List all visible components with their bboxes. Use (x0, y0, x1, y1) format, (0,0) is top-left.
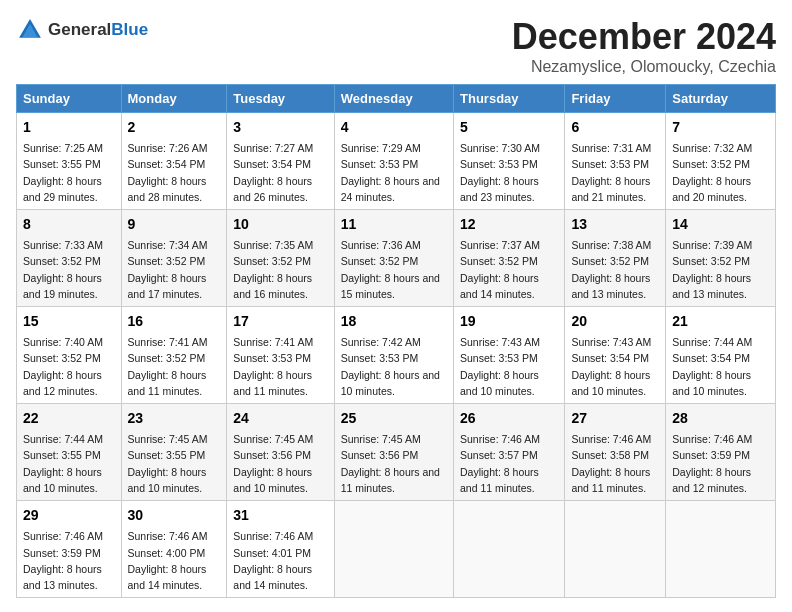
day-cell: 22Sunrise: 7:44 AMSunset: 3:55 PMDayligh… (17, 404, 122, 501)
day-cell: 13Sunrise: 7:38 AMSunset: 3:52 PMDayligh… (565, 210, 666, 307)
day-number: 12 (460, 214, 558, 235)
day-number: 25 (341, 408, 447, 429)
sunrise-time: Sunrise: 7:45 AM (128, 433, 208, 445)
sunset-time: Sunset: 3:54 PM (128, 158, 206, 170)
day-cell: 29Sunrise: 7:46 AMSunset: 3:59 PMDayligh… (17, 501, 122, 598)
sunrise-time: Sunrise: 7:46 AM (23, 530, 103, 542)
daylight-hours: Daylight: 8 hours and 13 minutes. (571, 272, 650, 300)
day-cell: 16Sunrise: 7:41 AMSunset: 3:52 PMDayligh… (121, 307, 227, 404)
sunrise-time: Sunrise: 7:33 AM (23, 239, 103, 251)
sunset-time: Sunset: 4:01 PM (233, 547, 311, 559)
logo-blue: Blue (111, 20, 148, 39)
day-info: Sunrise: 7:45 AMSunset: 3:55 PMDaylight:… (128, 431, 221, 496)
day-cell: 21Sunrise: 7:44 AMSunset: 3:54 PMDayligh… (666, 307, 776, 404)
sunset-time: Sunset: 3:52 PM (128, 352, 206, 364)
daylight-hours: Daylight: 8 hours and 29 minutes. (23, 175, 102, 203)
sunset-time: Sunset: 3:52 PM (128, 255, 206, 267)
sunrise-time: Sunrise: 7:37 AM (460, 239, 540, 251)
sunrise-time: Sunrise: 7:44 AM (23, 433, 103, 445)
day-cell: 5Sunrise: 7:30 AMSunset: 3:53 PMDaylight… (454, 113, 565, 210)
daylight-hours: Daylight: 8 hours and 14 minutes. (128, 563, 207, 591)
day-number: 14 (672, 214, 769, 235)
sunset-time: Sunset: 3:52 PM (233, 255, 311, 267)
week-row-2: 8Sunrise: 7:33 AMSunset: 3:52 PMDaylight… (17, 210, 776, 307)
calendar-table: SundayMondayTuesdayWednesdayThursdayFrid… (16, 84, 776, 598)
daylight-hours: Daylight: 8 hours and 23 minutes. (460, 175, 539, 203)
day-cell: 30Sunrise: 7:46 AMSunset: 4:00 PMDayligh… (121, 501, 227, 598)
sunrise-time: Sunrise: 7:41 AM (233, 336, 313, 348)
sunset-time: Sunset: 3:56 PM (233, 449, 311, 461)
day-number: 18 (341, 311, 447, 332)
day-info: Sunrise: 7:37 AMSunset: 3:52 PMDaylight:… (460, 237, 558, 302)
day-number: 8 (23, 214, 115, 235)
day-number: 1 (23, 117, 115, 138)
logo-icon (16, 16, 44, 44)
sunset-time: Sunset: 3:59 PM (23, 547, 101, 559)
sunrise-time: Sunrise: 7:41 AM (128, 336, 208, 348)
day-cell: 24Sunrise: 7:45 AMSunset: 3:56 PMDayligh… (227, 404, 334, 501)
day-info: Sunrise: 7:26 AMSunset: 3:54 PMDaylight:… (128, 140, 221, 205)
sunset-time: Sunset: 3:57 PM (460, 449, 538, 461)
logo: GeneralBlue (16, 16, 148, 44)
day-info: Sunrise: 7:46 AMSunset: 4:00 PMDaylight:… (128, 528, 221, 593)
header: GeneralBlue December 2024 Nezamyslice, O… (16, 16, 776, 76)
day-cell: 11Sunrise: 7:36 AMSunset: 3:52 PMDayligh… (334, 210, 453, 307)
header-cell-tuesday: Tuesday (227, 85, 334, 113)
day-info: Sunrise: 7:45 AMSunset: 3:56 PMDaylight:… (233, 431, 327, 496)
week-row-3: 15Sunrise: 7:40 AMSunset: 3:52 PMDayligh… (17, 307, 776, 404)
daylight-hours: Daylight: 8 hours and 16 minutes. (233, 272, 312, 300)
sunrise-time: Sunrise: 7:36 AM (341, 239, 421, 251)
day-number: 31 (233, 505, 327, 526)
day-info: Sunrise: 7:29 AMSunset: 3:53 PMDaylight:… (341, 140, 447, 205)
daylight-hours: Daylight: 8 hours and 14 minutes. (233, 563, 312, 591)
sunset-time: Sunset: 3:52 PM (571, 255, 649, 267)
sunset-time: Sunset: 3:52 PM (460, 255, 538, 267)
sunset-time: Sunset: 3:52 PM (23, 352, 101, 364)
day-cell (666, 501, 776, 598)
sunrise-time: Sunrise: 7:46 AM (233, 530, 313, 542)
day-cell: 7Sunrise: 7:32 AMSunset: 3:52 PMDaylight… (666, 113, 776, 210)
sunrise-time: Sunrise: 7:31 AM (571, 142, 651, 154)
day-number: 26 (460, 408, 558, 429)
sunrise-time: Sunrise: 7:25 AM (23, 142, 103, 154)
sunset-time: Sunset: 3:53 PM (341, 352, 419, 364)
sunset-time: Sunset: 3:55 PM (128, 449, 206, 461)
day-cell: 6Sunrise: 7:31 AMSunset: 3:53 PMDaylight… (565, 113, 666, 210)
day-cell: 3Sunrise: 7:27 AMSunset: 3:54 PMDaylight… (227, 113, 334, 210)
header-cell-thursday: Thursday (454, 85, 565, 113)
daylight-hours: Daylight: 8 hours and 11 minutes. (128, 369, 207, 397)
daylight-hours: Daylight: 8 hours and 19 minutes. (23, 272, 102, 300)
day-cell: 17Sunrise: 7:41 AMSunset: 3:53 PMDayligh… (227, 307, 334, 404)
day-number: 23 (128, 408, 221, 429)
sunset-time: Sunset: 3:53 PM (460, 352, 538, 364)
sunrise-time: Sunrise: 7:38 AM (571, 239, 651, 251)
daylight-hours: Daylight: 8 hours and 12 minutes. (672, 466, 751, 494)
sunset-time: Sunset: 3:55 PM (23, 158, 101, 170)
sunset-time: Sunset: 3:52 PM (341, 255, 419, 267)
daylight-hours: Daylight: 8 hours and 28 minutes. (128, 175, 207, 203)
day-info: Sunrise: 7:46 AMSunset: 4:01 PMDaylight:… (233, 528, 327, 593)
sunset-time: Sunset: 3:59 PM (672, 449, 750, 461)
day-number: 30 (128, 505, 221, 526)
header-cell-sunday: Sunday (17, 85, 122, 113)
sunset-time: Sunset: 3:55 PM (23, 449, 101, 461)
day-number: 15 (23, 311, 115, 332)
day-cell: 14Sunrise: 7:39 AMSunset: 3:52 PMDayligh… (666, 210, 776, 307)
day-info: Sunrise: 7:45 AMSunset: 3:56 PMDaylight:… (341, 431, 447, 496)
day-cell: 27Sunrise: 7:46 AMSunset: 3:58 PMDayligh… (565, 404, 666, 501)
sunrise-time: Sunrise: 7:45 AM (341, 433, 421, 445)
daylight-hours: Daylight: 8 hours and 21 minutes. (571, 175, 650, 203)
day-cell: 20Sunrise: 7:43 AMSunset: 3:54 PMDayligh… (565, 307, 666, 404)
daylight-hours: Daylight: 8 hours and 20 minutes. (672, 175, 751, 203)
day-info: Sunrise: 7:25 AMSunset: 3:55 PMDaylight:… (23, 140, 115, 205)
day-info: Sunrise: 7:43 AMSunset: 3:53 PMDaylight:… (460, 334, 558, 399)
day-cell: 9Sunrise: 7:34 AMSunset: 3:52 PMDaylight… (121, 210, 227, 307)
day-number: 7 (672, 117, 769, 138)
sunrise-time: Sunrise: 7:27 AM (233, 142, 313, 154)
title-area: December 2024 Nezamyslice, Olomoucky, Cz… (512, 16, 776, 76)
day-cell: 2Sunrise: 7:26 AMSunset: 3:54 PMDaylight… (121, 113, 227, 210)
day-number: 21 (672, 311, 769, 332)
sunrise-time: Sunrise: 7:46 AM (571, 433, 651, 445)
daylight-hours: Daylight: 8 hours and 10 minutes. (672, 369, 751, 397)
day-number: 11 (341, 214, 447, 235)
